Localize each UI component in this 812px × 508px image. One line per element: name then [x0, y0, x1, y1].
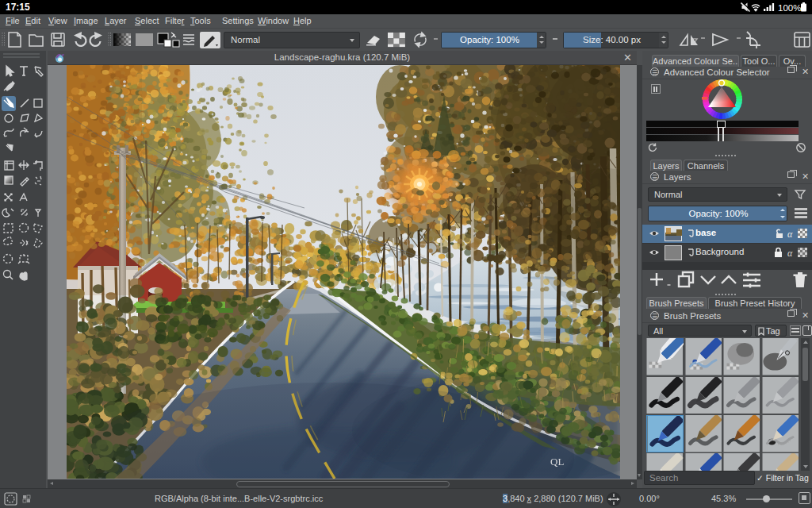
svg-text:100%: 100% — [778, 3, 801, 13]
svg-text:QL: QL — [550, 456, 564, 468]
